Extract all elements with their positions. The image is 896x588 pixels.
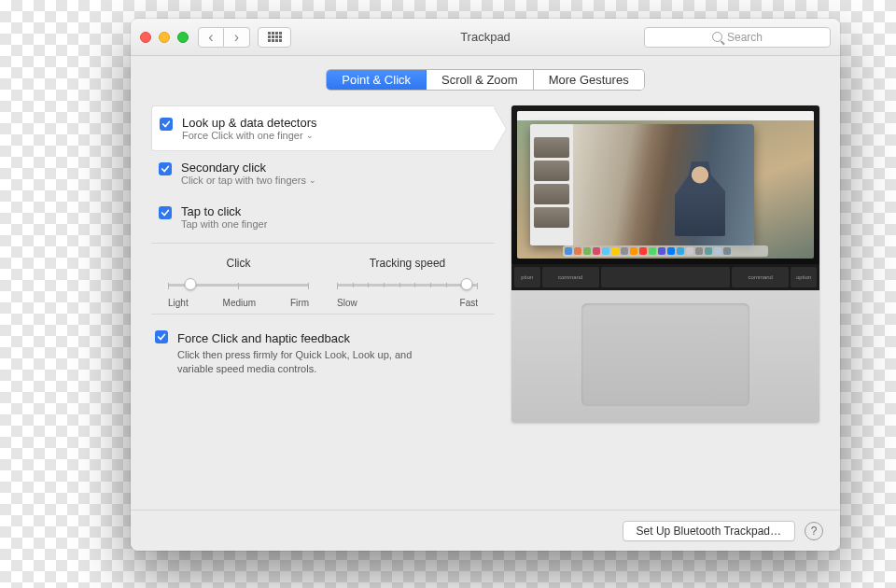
checkbox-tap[interactable] (159, 206, 172, 219)
option-lookup-sub[interactable]: Force Click with one finger⌄ (182, 130, 317, 141)
preview-pane: ption command command option (511, 105, 819, 500)
option-tap-to-click[interactable]: Tap to click Tap with one finger (151, 195, 495, 239)
forward-button[interactable]: › (224, 27, 250, 48)
option-lookup-label: Look up & data detectors (182, 116, 317, 130)
checkbox-lookup[interactable] (160, 118, 173, 131)
options-column: Look up & data detectors Force Click wit… (151, 105, 495, 500)
option-secondary-label: Secondary click (181, 161, 316, 175)
search-icon (712, 32, 722, 42)
click-header: Click (227, 257, 251, 270)
close-icon[interactable] (140, 32, 151, 43)
force-sub: Click then press firmly for Quick Look, … (177, 348, 448, 377)
minimize-icon[interactable] (159, 32, 170, 43)
search-input[interactable]: Search (644, 27, 831, 48)
option-secondary-click[interactable]: Secondary click Click or tap with two fi… (151, 151, 495, 195)
sliders-row: Click Light Medium Firm Tracking speed (151, 244, 495, 315)
search-placeholder: Search (727, 31, 763, 44)
help-button[interactable]: ? (805, 522, 823, 540)
force-label: Force Click and haptic feedback (177, 331, 350, 345)
laptop-illustration: ption command command option (511, 105, 819, 423)
nav-buttons: ‹ › (198, 27, 250, 48)
tracking-slider[interactable] (337, 277, 478, 294)
titlebar: ‹ › Trackpad Search (131, 19, 840, 56)
back-button[interactable]: ‹ (198, 27, 224, 48)
grid-icon (268, 32, 282, 42)
setup-bluetooth-button[interactable]: Set Up Bluetooth Trackpad… (623, 521, 795, 541)
click-slider[interactable] (168, 277, 309, 294)
footer: Set Up Bluetooth Trackpad… ? (131, 510, 840, 551)
option-tap-sub: Tap with one finger (181, 218, 267, 230)
tab-point-click[interactable]: Point & Click (327, 70, 427, 90)
click-slider-block: Click Light Medium Firm (168, 257, 309, 308)
zoom-icon[interactable] (177, 32, 189, 43)
tab-row: Point & Click Scroll & Zoom More Gesture… (131, 56, 840, 91)
tracking-slider-block: Tracking speed Slow Fast (337, 257, 478, 308)
chevron-down-icon: ⌄ (306, 131, 314, 140)
tracking-header: Tracking speed (370, 257, 446, 270)
tab-scroll-zoom[interactable]: Scroll & Zoom (427, 70, 534, 90)
option-force-click[interactable]: Force Click and haptic feedback Click th… (151, 315, 495, 381)
checkbox-secondary[interactable] (159, 162, 172, 175)
option-lookup[interactable]: Look up & data detectors Force Click wit… (151, 105, 495, 151)
trackpad-surface-icon (581, 303, 749, 406)
option-secondary-sub[interactable]: Click or tap with two fingers⌄ (181, 175, 316, 186)
option-tap-label: Tap to click (181, 204, 267, 218)
tab-more-gestures[interactable]: More Gestures (534, 70, 644, 90)
preferences-window: ‹ › Trackpad Search Point & Click Scroll… (131, 19, 840, 551)
show-all-button[interactable] (258, 27, 291, 48)
traffic-lights (140, 32, 189, 43)
chevron-down-icon: ⌄ (309, 175, 316, 185)
checkbox-force[interactable] (155, 330, 168, 343)
